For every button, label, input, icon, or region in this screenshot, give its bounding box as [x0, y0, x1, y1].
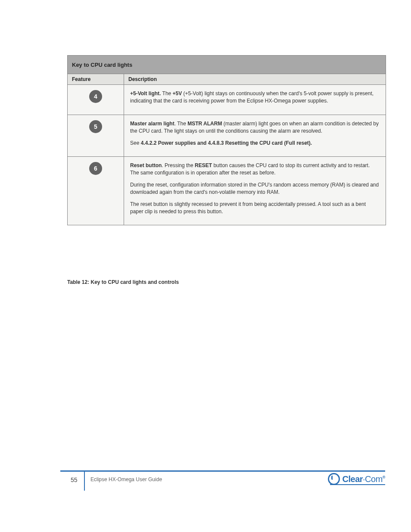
page-number: 55: [71, 476, 78, 483]
cpu-card-lights-table: Key to CPU card lights Feature Descripti…: [67, 55, 386, 225]
doc-title: Eclipse HX-Omega User Guide: [90, 476, 162, 482]
table-row: 6Reset button. Pressing the RESET button…: [68, 156, 386, 225]
description-cell: +5-Volt light. The +5V (+5-Volt) light s…: [124, 85, 386, 115]
table-caption: Table 12: Key to CPU card lights and con…: [67, 279, 386, 285]
description-cell: Master alarm light. The MSTR ALARM (mast…: [124, 115, 386, 156]
table-title: Key to CPU card lights: [68, 56, 386, 74]
brand-text: Clear·Com®: [342, 474, 385, 484]
brand-logo: Clear·Com®: [328, 473, 385, 485]
col-header-feature: Feature: [68, 74, 124, 85]
page: Key to CPU card lights Feature Descripti…: [0, 0, 411, 532]
footer-rule: [60, 470, 385, 472]
col-header-description: Description: [124, 74, 386, 85]
feature-number-badge: 5: [89, 120, 102, 133]
feature-number-badge: 6: [89, 162, 102, 175]
feature-cell: 6: [68, 156, 124, 225]
table-row: 4+5-Volt light. The +5V (+5-Volt) light …: [68, 85, 386, 115]
brand-underline: [330, 484, 385, 485]
brand-icon: [328, 473, 340, 485]
feature-cell: 5: [68, 115, 124, 156]
feature-cell: 4: [68, 85, 124, 115]
footer-vertical-bar: [84, 472, 85, 491]
table-row: 5Master alarm light. The MSTR ALARM (mas…: [68, 115, 386, 156]
description-cell: Reset button. Pressing the RESET button …: [124, 156, 386, 225]
feature-number-badge: 4: [89, 90, 102, 103]
